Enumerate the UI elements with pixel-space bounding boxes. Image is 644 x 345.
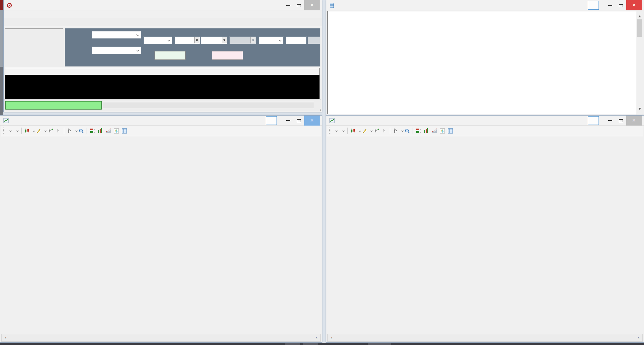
atm-type-dropdown[interactable]: [92, 31, 141, 39]
link-button[interactable]: [266, 116, 277, 125]
desktop: { "control_center": { "title": "Control …: [0, 0, 644, 345]
scroll-up-icon[interactable]: [638, 14, 641, 17]
order-type-dropdown[interactable]: [143, 36, 172, 44]
cursor-icon[interactable]: [66, 127, 73, 135]
maximize-button[interactable]: [294, 0, 304, 10]
buy-button[interactable]: [154, 51, 186, 60]
area-chart-icon[interactable]: [105, 127, 112, 135]
cc-menubar: [4, 10, 322, 18]
scroll-left-icon[interactable]: ‹: [328, 334, 335, 341]
minimize-button[interactable]: [283, 0, 294, 10]
chevron-down-icon[interactable]: [33, 129, 35, 132]
chart-horizontal-scrollbar[interactable]: ‹ ›: [1, 334, 321, 342]
drawing-tools-icon[interactable]: [35, 127, 42, 135]
chart-style-icon[interactable]: [23, 127, 31, 135]
link-button[interactable]: [588, 116, 599, 125]
window-title: [24, 0, 261, 10]
desktop-edge: [0, 10, 3, 67]
zoom-icon[interactable]: [404, 127, 411, 135]
order-flow-icon[interactable]: [89, 127, 96, 135]
minimize-icon: [608, 120, 612, 121]
chevron-down-icon: [279, 39, 282, 41]
chevron-down-icon[interactable]: [370, 129, 373, 132]
maximize-button[interactable]: [616, 116, 626, 126]
close-button[interactable]: ×: [304, 116, 320, 126]
taskbar-segment: [303, 343, 318, 345]
chart-horizontal-scrollbar[interactable]: ‹ ›: [327, 334, 643, 342]
connection-status-badge: [5, 101, 102, 110]
resize-grip[interactable]: [317, 107, 320, 110]
spinner-arrows-icon[interactable]: [194, 37, 199, 43]
time-axis[interactable]: [3, 327, 295, 333]
maximize-button[interactable]: [616, 0, 626, 10]
chart-trader-icon[interactable]: [97, 127, 104, 135]
marker-add-icon[interactable]: [373, 127, 380, 135]
close-button[interactable]: ×: [626, 0, 642, 10]
area-chart-icon[interactable]: [431, 127, 438, 135]
link-button[interactable]: [588, 1, 599, 10]
maximize-button[interactable]: [294, 116, 304, 126]
chart-style-icon[interactable]: [349, 127, 357, 135]
scroll-right-icon[interactable]: ›: [635, 334, 642, 341]
dollar-sign-icon[interactable]: $: [439, 127, 446, 135]
spinner-arrows-icon[interactable]: [222, 37, 227, 43]
price-axis[interactable]: [618, 136, 643, 327]
chevron-down-icon: [335, 129, 338, 132]
toolbar-separator: [64, 128, 64, 134]
zoom-icon[interactable]: [78, 127, 85, 135]
chevron-down-icon[interactable]: [75, 129, 78, 132]
qty-stepper[interactable]: [175, 36, 200, 44]
toolbar-drag-handle[interactable]: [329, 128, 330, 134]
chart-titlebar[interactable]: ×: [0, 116, 322, 126]
atm-name-dropdown[interactable]: [92, 46, 141, 54]
market-analyzer-window: ×: [326, 0, 644, 116]
minimize-button[interactable]: [283, 116, 294, 126]
eurusd-1min-chart-window: × $ ‹ ›: [0, 115, 322, 343]
chevron-down-icon: [9, 129, 12, 132]
chevron-down-icon[interactable]: [44, 129, 47, 132]
interval-dropdown[interactable]: [339, 130, 346, 133]
scroll-down-icon[interactable]: [638, 108, 641, 111]
instrument-dropdown[interactable]: [332, 130, 339, 133]
price-axis[interactable]: [296, 136, 321, 327]
toolbar-separator: [21, 128, 22, 134]
account-input: [308, 36, 320, 44]
sell-button[interactable]: [212, 51, 243, 60]
tif-dropdown[interactable]: [259, 36, 284, 44]
maximize-icon: [619, 119, 623, 122]
ma-titlebar[interactable]: ×: [326, 0, 644, 10]
marker-icon: [381, 127, 388, 135]
data-box-icon[interactable]: [121, 127, 128, 135]
toolbar-drag-handle[interactable]: [3, 128, 4, 134]
ma-vertical-scrollbar[interactable]: [637, 11, 642, 114]
chart-titlebar[interactable]: ×: [326, 116, 644, 126]
cursor-icon[interactable]: [392, 127, 399, 135]
minimize-button[interactable]: [605, 116, 616, 126]
scroll-left-icon[interactable]: ‹: [2, 334, 9, 341]
cc-tabstrip: [4, 18, 322, 27]
oco-input[interactable]: [286, 36, 307, 44]
close-button[interactable]: ×: [304, 0, 320, 10]
time-axis[interactable]: [329, 327, 617, 333]
scrollbar-thumb[interactable]: [637, 19, 642, 37]
scroll-right-icon[interactable]: ›: [313, 334, 320, 341]
limit-price-stepper[interactable]: [201, 36, 227, 44]
minimize-icon: [608, 5, 612, 6]
minimize-button[interactable]: [605, 0, 616, 10]
chevron-down-icon[interactable]: [401, 129, 404, 132]
marker-add-icon[interactable]: [47, 127, 54, 135]
chart-toolbar: $: [1, 126, 321, 136]
drawing-tools-icon[interactable]: [361, 127, 368, 135]
chart-icon: [3, 118, 9, 123]
orders-grid-body[interactable]: [5, 75, 320, 99]
interval-dropdown[interactable]: [13, 130, 20, 133]
chart-trader-icon[interactable]: [423, 127, 430, 135]
minimize-icon: [286, 5, 290, 6]
close-button[interactable]: ×: [626, 116, 642, 126]
control-center-titlebar[interactable]: ×: [4, 0, 322, 10]
data-box-icon[interactable]: [447, 127, 454, 135]
instrument-dropdown[interactable]: [6, 130, 13, 133]
order-flow-icon[interactable]: [415, 127, 422, 135]
dollar-sign-icon[interactable]: $: [113, 127, 120, 135]
chevron-down-icon[interactable]: [359, 129, 361, 132]
